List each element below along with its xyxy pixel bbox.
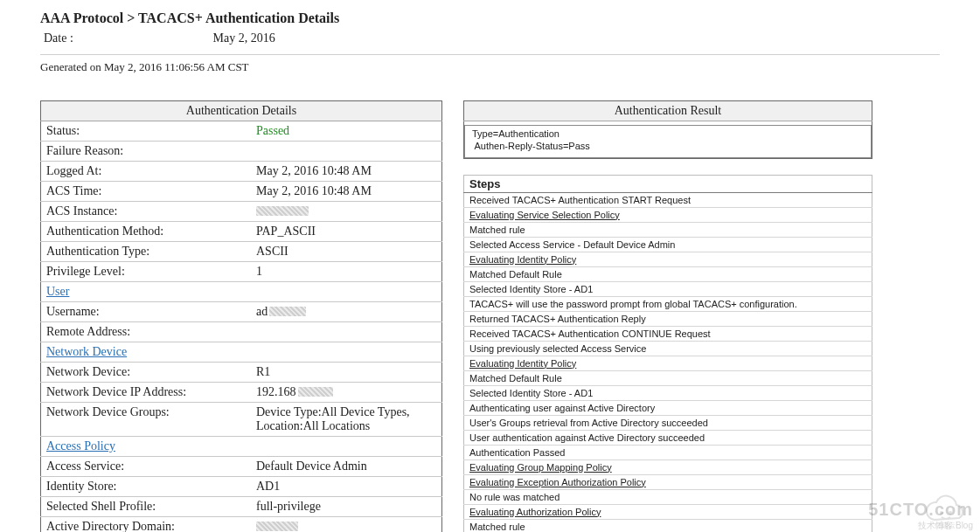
step-link[interactable]: Evaluating Identity Policy	[469, 358, 576, 369]
generated-on: Generated on May 2, 2016 11:06:56 AM CST	[40, 60, 940, 74]
row-priv-level: Privilege Level:1	[41, 262, 442, 282]
step-row: Selected Identity Store - AD1	[464, 281, 872, 296]
section-network-device[interactable]: Network Device	[41, 342, 442, 363]
auth-result-box: Type=Authentication Authen-Reply-Status=…	[464, 125, 872, 158]
section-access-policy[interactable]: Access Policy	[41, 437, 442, 457]
generated-value: May 2, 2016 11:06:56 AM CST	[104, 60, 249, 73]
step-row: Received TACACS+ Authentication START Re…	[464, 192, 872, 207]
row-access-service: Access Service:Default Device Admin	[41, 457, 442, 477]
step-row: Matched rule	[464, 519, 872, 532]
step-row: Matched Default Rule	[464, 370, 872, 385]
step-row: Returned TACACS+ Authentication Reply	[464, 311, 872, 326]
redacted	[269, 307, 306, 316]
step-row: Matched rule	[464, 222, 872, 237]
row-remote-addr: Remote Address:	[41, 322, 442, 342]
step-link[interactable]: Evaluating Authorization Policy	[469, 507, 601, 517]
breadcrumb: AAA Protocol > TACACS+ Authentication De…	[40, 10, 940, 26]
auth-details-panel: Authentication Details Status:Passed Fai…	[40, 100, 442, 532]
status-value: Passed	[256, 124, 289, 137]
step-row[interactable]: Evaluating Authorization Policy	[464, 504, 872, 519]
step-row: Received TACACS+ Authentication CONTINUE…	[464, 326, 872, 341]
date-label: Date :	[44, 31, 210, 45]
redacted	[256, 206, 309, 216]
step-row: Using previously selected Access Service	[464, 341, 872, 356]
step-row: Selected Access Service - Default Device…	[464, 237, 872, 252]
date-row: Date : May 2, 2016	[44, 31, 940, 45]
auth-details-title: Authentication Details	[41, 101, 442, 121]
step-row[interactable]: Evaluating Identity Policy	[464, 252, 872, 266]
step-row[interactable]: Evaluating Exception Authorization Polic…	[464, 474, 872, 489]
redacted	[256, 522, 298, 531]
row-logged-at: Logged At:May 2, 2016 10:48 AM	[41, 162, 442, 182]
step-row[interactable]: Evaluating Group Mapping Policy	[464, 459, 872, 474]
auth-result-panel: Authentication Result Type=Authenticatio…	[463, 100, 872, 159]
redacted	[298, 387, 333, 397]
step-link[interactable]: Evaluating Service Selection Policy	[469, 210, 620, 220]
step-row: No rule was matched	[464, 489, 872, 504]
row-acs-time: ACS Time:May 2, 2016 10:48 AM	[41, 182, 442, 202]
steps-title: Steps	[464, 175, 872, 192]
row-ad-domain: Active Directory Domain:	[41, 517, 442, 533]
result-line: Authen-Reply-Status=Pass	[472, 141, 864, 153]
step-row: User's Groups retrieval from Active Dire…	[464, 415, 872, 430]
step-row: Matched Default Rule	[464, 266, 872, 281]
step-link[interactable]: Evaluating Identity Policy	[469, 254, 576, 265]
step-link[interactable]: Evaluating Exception Authorization Polic…	[469, 477, 646, 487]
row-failure: Failure Reason:	[41, 142, 442, 162]
step-row[interactable]: Evaluating Service Selection Policy	[464, 207, 872, 222]
step-row: Selected Identity Store - AD1	[464, 385, 872, 400]
step-row[interactable]: Evaluating Identity Policy	[464, 356, 872, 370]
generated-label: Generated on	[40, 60, 104, 73]
row-network-device: Network Device:R1	[41, 363, 442, 383]
row-shell-profile: Selected Shell Profile:full-privilege	[41, 497, 442, 517]
result-line: Type=Authentication	[472, 128, 864, 141]
auth-result-title: Authentication Result	[464, 101, 872, 121]
row-status: Status:Passed	[41, 121, 442, 142]
step-row: Authentication Passed	[464, 445, 872, 459]
step-row: Authenticating user against Active Direc…	[464, 400, 872, 415]
step-row: User authentication against Active Direc…	[464, 430, 872, 445]
row-network-device-groups: Network Device Groups:Device Type:All De…	[41, 403, 442, 437]
step-row: TACACS+ will use the password prompt fro…	[464, 296, 872, 311]
divider	[40, 54, 940, 55]
row-auth-type: Authentication Type:ASCII	[41, 242, 442, 262]
step-link[interactable]: Evaluating Group Mapping Policy	[469, 462, 612, 473]
row-identity-store: Identity Store:AD1	[41, 477, 442, 497]
section-user[interactable]: User	[41, 282, 442, 302]
row-acs-instance: ACS Instance:	[41, 202, 442, 222]
row-username: Username:ad	[41, 302, 442, 322]
row-network-device-ip: Network Device IP Address:192.168	[41, 383, 442, 403]
row-auth-method: Authentication Method:PAP_ASCII	[41, 222, 442, 242]
steps-panel: Steps Received TACACS+ Authentication ST…	[463, 175, 872, 533]
date-value: May 2, 2016	[213, 31, 275, 45]
